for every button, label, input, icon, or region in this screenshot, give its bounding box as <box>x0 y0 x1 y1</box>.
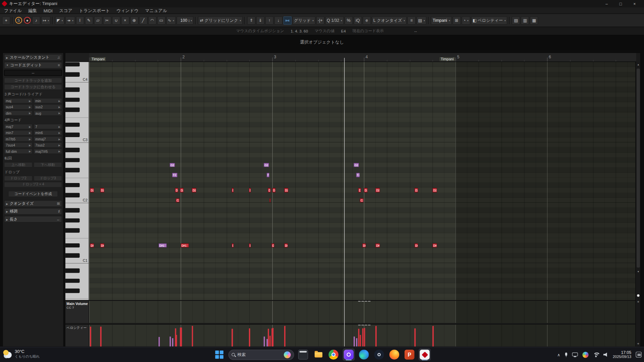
velocity-bar[interactable] <box>358 329 360 347</box>
piano-key-black[interactable] <box>65 148 80 152</box>
left-zone-button[interactable]: ▤ <box>512 16 520 24</box>
midi-note[interactable]: D#1 <box>271 243 274 248</box>
draw-tool[interactable]: ✎ <box>85 16 93 24</box>
velocity-bar[interactable] <box>284 327 285 347</box>
scroll-down-arrow[interactable]: ▼ <box>636 269 641 274</box>
velocity-bar[interactable] <box>364 328 365 347</box>
velocity-bar[interactable] <box>268 329 269 347</box>
velocity-bar[interactable] <box>356 338 358 347</box>
midi-note[interactable]: D2 <box>90 188 94 192</box>
app-icon-firefox[interactable] <box>388 349 400 361</box>
lane-zoom-button[interactable]: + <box>636 341 641 346</box>
zoom-handle[interactable] <box>637 294 639 297</box>
weather-widget[interactable]: 30°C くもりのち晴れ <box>2 349 40 359</box>
volume-icon[interactable] <box>603 352 608 357</box>
inversion-x[interactable]: 下へ移動 <box>34 162 62 168</box>
curve-tool[interactable]: ◠ <box>148 16 156 24</box>
velocity-bar[interactable] <box>432 327 434 347</box>
pin-button[interactable]: ⌖ <box>2 16 10 24</box>
velocity-bar[interactable] <box>170 337 171 347</box>
step-up-button[interactable]: ↑ <box>265 16 273 24</box>
mute-tool[interactable]: × <box>121 16 129 24</box>
piano-key-black[interactable] <box>65 193 80 197</box>
line-tool[interactable]: ╱ <box>139 16 147 24</box>
grid-adjust-button[interactable]: -|+ <box>316 16 324 24</box>
midi-note[interactable]: F2 <box>172 173 177 177</box>
chord-button-7sus2[interactable]: 7sus2▶ <box>34 142 62 148</box>
part-selector-dropdown[interactable]: Timpani▾ <box>431 16 451 24</box>
midi-note[interactable]: G2 <box>170 163 175 167</box>
piano-key-black[interactable] <box>65 108 80 112</box>
velocity-bar[interactable] <box>181 327 182 347</box>
chord-button-full-dim[interactable]: full dim▶ <box>4 148 32 154</box>
midi-note[interactable]: D2 <box>432 188 437 192</box>
app-icon-chrome[interactable] <box>327 349 340 361</box>
grid-type-dropdown[interactable]: グリッド▾ <box>292 16 316 24</box>
taskbar-clock[interactable]: 17:05 2025/09/13 <box>613 350 631 359</box>
select-frame-button[interactable]: ▭ <box>157 16 165 24</box>
move-down-button[interactable]: ⇓ <box>256 16 264 24</box>
midi-note[interactable]: D2 <box>175 188 178 192</box>
midi-note[interactable]: G2 <box>264 163 269 167</box>
piano-key-black[interactable] <box>65 228 80 233</box>
menu-item-4[interactable]: トランスポート <box>76 8 113 13</box>
app-icon-powerpoint[interactable]: P <box>403 349 416 361</box>
midi-note[interactable]: D#1 <box>375 243 380 248</box>
add-chord-track-button[interactable]: コードトラックを追加 <box>4 77 62 83</box>
section-transpose[interactable]: ▶ 移調 ♯ <box>4 208 62 215</box>
minimize-button[interactable]: – <box>600 0 614 7</box>
create-chord-event-button[interactable]: コードイベントを作成 <box>8 191 58 197</box>
chord-button-sus2[interactable]: sus2▶ <box>34 104 62 110</box>
autoscroll-settings-dropdown[interactable]: ↠▾ <box>65 16 75 24</box>
app-icon-terminal[interactable] <box>297 349 309 361</box>
section-scale-assistant[interactable]: ▶ スケールアシスタント ♫ <box>4 54 62 61</box>
chord-button-mmaj7[interactable]: mmaj7▶ <box>34 136 62 142</box>
chord-button-m7-b5[interactable]: m7/b5▶ <box>4 136 32 142</box>
midi-note[interactable]: D#1 <box>181 243 189 248</box>
piano-key-black[interactable] <box>65 253 80 258</box>
midi-note[interactable]: D2 <box>358 188 361 192</box>
close-button[interactable]: × <box>628 0 642 7</box>
erase-tool[interactable]: ▱ <box>94 16 102 24</box>
solo-editor-button[interactable]: S <box>15 17 22 24</box>
record-in-editor-button[interactable]: ● <box>24 17 31 24</box>
lane-resize-handle[interactable] <box>358 325 371 325</box>
midi-note[interactable]: D2 <box>232 188 234 192</box>
midi-note[interactable]: D#1 <box>432 243 437 248</box>
insert-velocity-value[interactable]: 100▴▾▾ <box>176 16 194 24</box>
mic-icon[interactable] <box>565 352 568 357</box>
menu-item-5[interactable]: ウィンドウ <box>113 8 142 13</box>
piano-key-black[interactable] <box>65 123 80 127</box>
chord-button-7sus4[interactable]: 7sus4▶ <box>4 142 32 148</box>
independent-loop-dropdown[interactable]: ◔▾ <box>462 16 470 24</box>
midi-note[interactable]: D#1 <box>284 243 288 248</box>
midi-note[interactable]: D#1 <box>232 243 234 248</box>
midi-note[interactable]: D2 <box>364 188 368 192</box>
piano-key-black[interactable] <box>65 98 80 102</box>
step-down-button[interactable]: ↓ <box>274 16 282 24</box>
lane-resize-handle[interactable] <box>358 301 371 302</box>
timeline-ruler[interactable]: 23456TimpaniTimpani <box>89 53 636 62</box>
midi-note[interactable]: D#1 <box>249 243 251 248</box>
drop-3[interactable]: ドロップ3 <box>34 176 62 181</box>
length-quantize-dropdown[interactable]: Lクオンタイズ▾ <box>372 16 407 24</box>
chord-button-7[interactable]: 7▶ <box>34 124 62 129</box>
midi-note[interactable]: D2 <box>415 188 418 192</box>
velocity-bar[interactable] <box>415 329 416 347</box>
velocity-bar[interactable] <box>360 335 361 347</box>
piano-key-black[interactable] <box>65 158 80 162</box>
event-colors-dropdown[interactable]: ◧ベロシティー▾ <box>471 16 507 24</box>
app-icon-edge[interactable] <box>358 349 370 361</box>
velocity-lane-header[interactable]: ベロシティー <box>65 325 89 347</box>
velocity-bar[interactable] <box>232 329 233 347</box>
midi-note[interactable]: D2 <box>272 188 276 192</box>
lower-zone-button[interactable]: ▥ <box>521 16 529 24</box>
cc-lane-area[interactable] <box>89 301 636 323</box>
velocity-bar[interactable] <box>100 327 102 347</box>
velocity-bar[interactable] <box>354 337 355 347</box>
maximize-button[interactable]: □ <box>613 0 628 7</box>
note-display-area[interactable]: D2D2D2D2D2D2D2D2D2D2D2D2D2D2D2C2C2C2F2F2… <box>89 62 636 300</box>
chord-button-min6[interactable]: min6▶ <box>34 130 62 135</box>
velocity-bar[interactable] <box>362 328 364 347</box>
quantize-preset-dropdown[interactable]: Q1/32▾ <box>325 16 343 24</box>
